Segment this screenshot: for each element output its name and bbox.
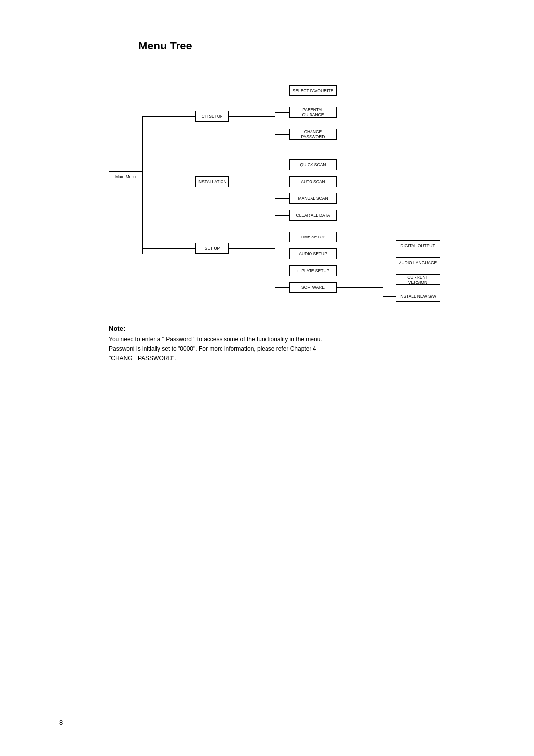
note-text: You need to enter a " Password " to acce… <box>109 335 475 364</box>
node-parental-guidance: PARENTAL GUIDANCE <box>289 107 337 118</box>
line-main-to-ch <box>142 116 195 117</box>
note-section: Note: You need to enter a " Password " t… <box>109 325 475 364</box>
node-ch-setup: CH SETUP <box>195 111 229 122</box>
page: Menu Tree Main Menu CH SETUP INSTALLATIO… <box>0 0 534 403</box>
line-to-current <box>383 280 396 280</box>
line-plate-to-right <box>337 271 383 271</box>
line-ch-spine <box>275 91 275 145</box>
line-to-change-pwd <box>275 134 289 135</box>
line-to-parental <box>275 112 289 113</box>
line-to-digital <box>383 246 396 246</box>
line-main-to-setup <box>142 248 195 249</box>
page-title: Menu Tree <box>138 40 475 52</box>
note-title: Note: <box>109 325 475 332</box>
node-time-setup: TIME SETUP <box>289 232 337 242</box>
line-inst-spine <box>275 165 275 219</box>
line-to-clear <box>275 215 289 216</box>
line-to-time <box>275 237 289 237</box>
node-set-up: SET UP <box>195 243 229 254</box>
node-main-menu: Main Menu <box>109 171 142 182</box>
node-change-password: CHANGE PASSWORD <box>289 129 337 140</box>
node-audio-language: AUDIO LANGUAGE <box>396 257 440 268</box>
line-setup-to-spine <box>229 248 275 249</box>
node-clear-all-data: CLEAR ALL DATA <box>289 210 337 221</box>
line-software-to-right <box>337 287 383 288</box>
node-auto-scan: AUTO SCAN <box>289 176 337 187</box>
line-to-install <box>383 296 396 297</box>
line-to-audio-lang <box>383 263 396 263</box>
node-quick-scan: QUICK SCAN <box>289 159 337 170</box>
node-select-favourite: SELECT FAVOURITE <box>289 85 337 96</box>
line-audio-to-right <box>337 254 383 254</box>
line-to-manual <box>275 198 289 199</box>
line-to-plate <box>275 271 289 271</box>
node-software: SOFTWARE <box>289 282 337 293</box>
line-main-to-inst <box>142 182 195 182</box>
node-plate-setup: i - PLATE SETUP <box>289 265 337 276</box>
line-inst-to-spine <box>229 182 275 182</box>
diagram-container: Main Menu CH SETUP INSTALLATION SET UP S… <box>109 67 485 305</box>
node-manual-scan: MANUAL SCAN <box>289 193 337 204</box>
node-audio-setup: AUDIO SETUP <box>289 248 337 259</box>
page-number: 8 <box>59 719 63 726</box>
node-current-version: CURRENT VERSION <box>396 274 440 285</box>
node-installation: INSTALLATION <box>195 176 229 187</box>
node-digital-output: DIGITAL OUTPUT <box>396 240 440 251</box>
line-to-software <box>275 287 289 288</box>
line-to-auto <box>275 182 289 182</box>
line-right-spine <box>383 246 383 296</box>
line-to-quick <box>275 165 289 165</box>
line-main-spine <box>142 116 143 254</box>
line-to-audio <box>275 254 289 254</box>
node-install-new-sw: INSTALL NEW S/W <box>396 291 440 302</box>
line-setup-spine <box>275 237 275 287</box>
line-to-select-fav <box>275 91 289 91</box>
line-ch-to-spine <box>229 116 275 117</box>
